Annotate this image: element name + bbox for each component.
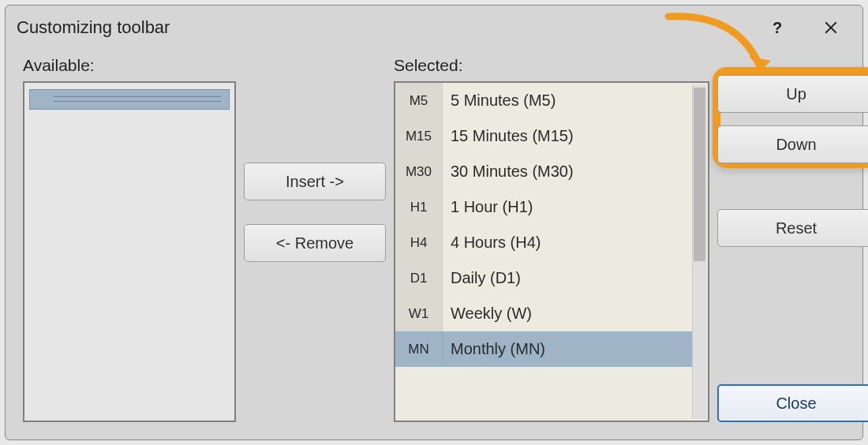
selected-item[interactable]: D1Daily (D1) [395,260,692,296]
help-button[interactable]: ? [757,12,798,43]
timeframe-code: W1 [395,296,443,331]
up-button[interactable]: Up [717,75,868,113]
selected-scrollbar[interactable] [692,84,706,419]
timeframe-code: M15 [395,118,443,154]
remove-button[interactable]: <- Remove [244,224,386,262]
timeframe-label: Weekly (W) [443,305,692,323]
timeframe-label: 1 Hour (H1) [443,198,692,216]
timeframe-label: 15 Minutes (M15) [443,127,692,145]
dialog-title: Customizing toolbar [17,17,757,38]
close-window-button[interactable] [810,12,851,43]
selected-column: Selected: M55 Minutes (M5)M1515 Minutes … [394,56,709,422]
selected-item[interactable]: H11 Hour (H1) [395,189,692,225]
timeframe-code: D1 [395,260,443,296]
selected-label: Selected: [394,56,709,75]
down-button[interactable]: Down [717,125,868,163]
timeframe-code: M30 [395,154,443,189]
selected-item[interactable]: W1Weekly (W) [395,296,692,331]
timeframe-label: Monthly (MN) [443,340,692,358]
timeframe-label: Daily (D1) [443,269,692,287]
selected-items-container: M55 Minutes (M5)M1515 Minutes (M15)M3030… [395,83,692,421]
timeframe-code: MN [395,331,443,367]
timeframe-label: 4 Hours (H4) [443,234,692,252]
scrollbar-thumb[interactable] [694,88,705,261]
selected-item[interactable]: M3030 Minutes (M30) [395,154,692,189]
available-label: Available: [23,56,236,75]
timeframe-code: H4 [395,225,443,260]
timeframe-label: 5 Minutes (M5) [443,92,692,110]
selected-item[interactable]: MNMonthly (MN) [395,331,692,367]
available-listbox[interactable] [23,81,236,422]
dialog-body: Available: Insert -> <- Remove Selected:… [6,48,862,439]
selected-item[interactable]: H44 Hours (H4) [395,225,692,260]
titlebar: Customizing toolbar ? [6,6,862,48]
timeframe-code: H1 [395,189,443,225]
reset-button[interactable]: Reset [717,209,868,247]
question-icon: ? [773,19,782,37]
close-button[interactable]: Close [717,384,868,422]
available-column: Available: [23,56,236,422]
transfer-buttons-column: Insert -> <- Remove [244,56,386,422]
timeframe-label: 30 Minutes (M30) [443,163,692,181]
selected-item[interactable]: M1515 Minutes (M15) [395,118,692,154]
selected-listbox[interactable]: M55 Minutes (M5)M1515 Minutes (M15)M3030… [394,81,709,422]
insert-button[interactable]: Insert -> [244,163,386,200]
close-icon [824,21,838,35]
side-buttons-column: Up Down Reset Close [717,56,868,422]
customizing-toolbar-dialog: Customizing toolbar ? Available: Insert … [5,5,863,440]
selected-item[interactable]: M55 Minutes (M5) [395,83,692,118]
timeframe-code: M5 [395,83,443,118]
available-separator-item[interactable] [29,89,230,110]
